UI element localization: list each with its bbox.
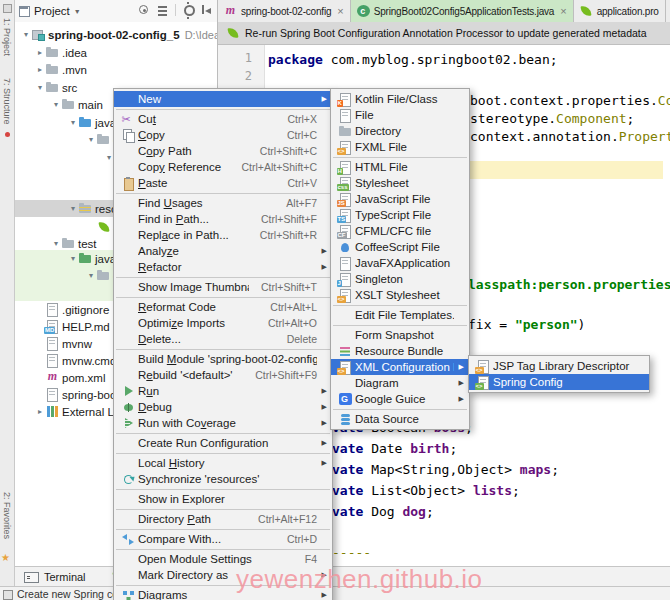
tree-item-spring-boot-02-config_5[interactable]: ▾spring-boot-02-config_5D:\IdeaProje xyxy=(14,26,224,43)
close-icon[interactable]: × xyxy=(337,6,343,17)
menu-item-cut[interactable]: CutCtrl+X xyxy=(114,111,332,127)
menu-item-xslt-stylesheet[interactable]: <>XSLT Stylesheet xyxy=(331,287,469,303)
menu-item-cfml-cfc-file[interactable]: CFCFML/CFC file xyxy=(331,223,469,239)
notification-bar[interactable]: Re-run Spring Boot Configuration Annotat… xyxy=(218,22,670,45)
tree-item-.mvn[interactable]: ▸.mvn xyxy=(14,61,238,78)
tool-button-project[interactable]: 1: Project xyxy=(2,18,12,56)
project-panel-title[interactable]: Project xyxy=(34,5,70,17)
toolwindow-toggle-icon[interactable] xyxy=(3,590,13,600)
menu-item-local-history[interactable]: Local History▶ xyxy=(114,455,332,471)
tool-button-structure[interactable]: 7: Structure xyxy=(2,78,12,125)
menu-item-find-usages[interactable]: Find UsagesAlt+F7 xyxy=(114,195,332,211)
menu-item-show-image-thumbnails[interactable]: Show Image ThumbnailsCtrl+Shift+T xyxy=(114,279,332,295)
chevron-down-icon[interactable]: ▼ xyxy=(74,8,81,15)
collapse-all-icon[interactable] xyxy=(156,3,169,16)
menu-item-label: Compare With... xyxy=(138,533,275,545)
tree-chevron-icon[interactable]: ▾ xyxy=(67,118,79,127)
menu-item-build-module-spring-boot-02-config-5[interactable]: Build Module 'spring-boot-02-config_5' xyxy=(114,351,332,367)
locate-file-icon[interactable] xyxy=(137,3,150,16)
editor-tab-bar: spring-boot-02-config×SpringBoot02Config… xyxy=(218,0,670,23)
menu-item-copy-path[interactable]: Copy PathCtrl+Shift+C xyxy=(114,143,332,159)
menu-item-xml-configuration-file[interactable]: <>XML Configuration File▶ xyxy=(331,359,469,375)
menu-item-replace-in-path[interactable]: Replace in Path...Ctrl+Shift+R xyxy=(114,227,332,243)
menu-icon-slot: K xyxy=(335,93,355,106)
tree-chevron-icon[interactable]: ▾ xyxy=(50,239,62,248)
menu-item-optimize-imports[interactable]: Optimize ImportsCtrl+Alt+O xyxy=(114,315,332,331)
menu-item-synchronize-resources[interactable]: Synchronize 'resources' xyxy=(114,471,332,487)
menu-item-debug[interactable]: Debug▶ xyxy=(114,399,332,415)
editor-tab-spring-boot-02-config[interactable]: spring-boot-02-config× xyxy=(218,0,351,22)
menu-item-label: Rebuild '<default>' xyxy=(138,369,243,381)
menu-item-diagram[interactable]: Diagram▶ xyxy=(331,375,469,391)
menu-item-jsp-tag-library-descriptor[interactable]: <>JSP Tag Library Descriptor xyxy=(469,358,649,374)
menu-item-directory[interactable]: Directory xyxy=(331,123,469,139)
tree-chevron-icon[interactable]: ▾ xyxy=(20,30,32,39)
code-token: ; xyxy=(551,462,559,477)
close-icon[interactable]: × xyxy=(560,6,566,17)
tree-chevron-icon[interactable]: ▾ xyxy=(34,83,46,92)
menu-item-copy-reference[interactable]: Copy ReferenceCtrl+Alt+Shift+C xyxy=(114,159,332,175)
xml-icon: <> xyxy=(339,141,352,154)
menu-item-paste[interactable]: PasteCtrl+V xyxy=(114,175,332,191)
menu-item-copy[interactable]: CopyCtrl+C xyxy=(114,127,332,143)
tree-chevron-icon[interactable]: ▾ xyxy=(85,271,97,280)
terminal-tool-button[interactable]: Terminal xyxy=(24,571,86,583)
menu-item-create-run-configuration[interactable]: Create Run Configuration▶ xyxy=(114,435,332,451)
menu-item-html-file[interactable]: HHTML File xyxy=(331,159,469,175)
code-line: vate Map<String,Object> maps; xyxy=(332,461,559,478)
menu-item-stylesheet[interactable]: cssStylesheet xyxy=(331,175,469,191)
menu-separator xyxy=(331,303,469,307)
menu-item-resource-bundle[interactable]: Resource Bundle xyxy=(331,343,469,359)
menu-item-form-snapshot[interactable]: Form Snapshot xyxy=(331,327,469,343)
menu-item-file[interactable]: File xyxy=(331,107,469,123)
menu-item-javascript-file[interactable]: JSJavaScript File xyxy=(331,191,469,207)
menu-item-google-guice[interactable]: Google Guice▶ xyxy=(331,391,469,407)
menu-item-data-source[interactable]: Data Source xyxy=(331,411,469,427)
code-token: ; xyxy=(449,441,457,456)
tree-chevron-icon[interactable]: ▾ xyxy=(50,100,62,109)
menu-item-javafxapplication[interactable]: JavaFXApplication xyxy=(331,255,469,271)
tree-chevron-icon[interactable]: ▸ xyxy=(34,407,46,416)
code-token: com.myblog.springboot02.bean; xyxy=(331,52,558,67)
menu-item-refactor[interactable]: Refactor▶ xyxy=(114,259,332,275)
menu-item-singleton[interactable]: JSingleton xyxy=(331,271,469,287)
file-type-tag: J xyxy=(337,280,342,287)
menu-item-delete[interactable]: Delete...Delete xyxy=(114,331,332,347)
menu-item-kotlin-file-class[interactable]: KKotlin File/Class xyxy=(331,91,469,107)
tool-stripe-icon[interactable] xyxy=(3,4,12,13)
tool-button-favorites[interactable]: 2: Favorites xyxy=(2,492,12,539)
menu-item-show-in-explorer[interactable]: Show in Explorer xyxy=(114,491,332,507)
tree-chevron-icon[interactable]: ▸ xyxy=(34,65,46,74)
menu-item-new[interactable]: New▶ xyxy=(114,91,332,107)
code-token: vate xyxy=(332,462,371,477)
menu-item-find-in-path[interactable]: Find in Path...Ctrl+Shift+F xyxy=(114,211,332,227)
menu-item-run[interactable]: Run▶ xyxy=(114,383,332,399)
file-icon xyxy=(46,303,59,316)
leaf-icon xyxy=(97,220,110,233)
spring-boot-icon xyxy=(226,27,239,40)
editor-tab-SpringBoot02Config5ApplicationTests.java[interactable]: SpringBoot02Config5ApplicationTests.java… xyxy=(351,0,574,22)
paste-icon xyxy=(122,177,135,190)
menu-item-reformat-code[interactable]: Reformat CodeCtrl+Alt+L xyxy=(114,299,332,315)
menu-item-rebuild-default[interactable]: Rebuild '<default>'Ctrl+Shift+F9 xyxy=(114,367,332,383)
gear-icon[interactable] xyxy=(182,3,195,16)
menu-item-fxml-file[interactable]: <>FXML File xyxy=(331,139,469,155)
menu-item-analyze[interactable]: Analyze▶ xyxy=(114,243,332,259)
menu-item-run-with-coverage[interactable]: Run with Coverage▶ xyxy=(114,415,332,431)
menu-item-directory-path[interactable]: Directory PathCtrl+Alt+F12 xyxy=(114,511,332,527)
menu-item-label: New xyxy=(138,93,317,105)
tree-item-.idea[interactable]: ▸.idea xyxy=(14,44,238,61)
tree-chevron-icon[interactable]: ▾ xyxy=(85,135,97,144)
menu-item-compare-with[interactable]: Compare With...Ctrl+D xyxy=(114,531,332,547)
menu-item-edit-file-templates[interactable]: Edit File Templates... xyxy=(331,307,469,323)
menu-item-typescript-file[interactable]: TSTypeScript File xyxy=(331,207,469,223)
menu-item-label: Google Guice xyxy=(355,393,454,405)
hide-panel-icon[interactable] xyxy=(201,3,214,16)
menu-item-spring-config[interactable]: <>Spring Config xyxy=(469,374,649,390)
tree-chevron-icon[interactable]: ▾ xyxy=(67,204,79,213)
code-token: ; xyxy=(426,504,434,519)
tree-chevron-icon[interactable]: ▸ xyxy=(34,48,46,57)
editor-tab-application.pro[interactable]: application.pro xyxy=(574,0,666,22)
tree-chevron-icon[interactable]: ▾ xyxy=(67,254,79,263)
menu-item-coffeescript-file[interactable]: CoffeeScript File xyxy=(331,239,469,255)
